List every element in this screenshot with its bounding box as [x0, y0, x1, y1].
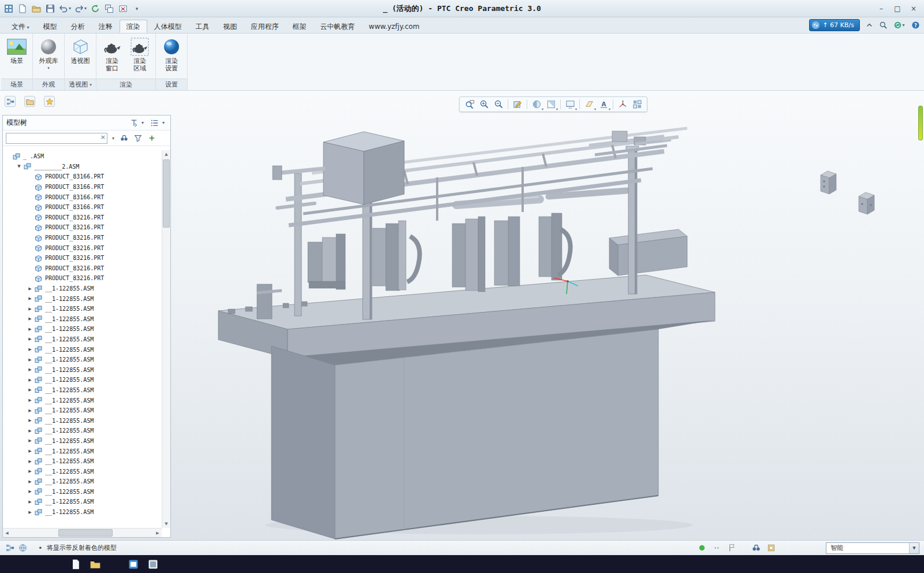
close-button[interactable]: × [906, 2, 922, 15]
expand-icon[interactable]: ▶ [26, 286, 34, 291]
expand-icon[interactable]: ▶ [26, 337, 34, 341]
search-button[interactable] [878, 20, 888, 31]
annotation-display-button[interactable]: A▾ [597, 98, 610, 110]
expand-icon[interactable]: ▶ [26, 459, 34, 464]
scroll-right-arrow-icon[interactable]: ▶ [154, 529, 162, 537]
combo-dropdown-arrow-icon[interactable]: ▼ [909, 543, 919, 553]
expand-icon[interactable]: ▶ [26, 347, 34, 352]
web-browser-button[interactable] [17, 543, 28, 553]
tree-row[interactable]: ▶__1-122855.ASM [3, 293, 162, 304]
tree-row[interactable]: ▶__1-122855.ASM [3, 487, 162, 497]
vertical-scroll-thumb[interactable] [163, 159, 170, 228]
view-manager-button[interactable] [630, 98, 644, 110]
add-column-button[interactable] [147, 133, 157, 143]
tree-row[interactable]: ▶__1-122855.ASM [3, 364, 162, 375]
tree-row[interactable]: ▶__1-122855.ASM [3, 507, 162, 518]
zoom-fit-button[interactable] [463, 98, 476, 110]
tree-row[interactable]: PRODUCT_83166.PRT [3, 192, 162, 202]
flag-icon[interactable] [726, 543, 737, 553]
tree-search-input[interactable] [6, 133, 107, 144]
group-footer-渲染[interactable]: 渲染 [96, 79, 155, 90]
render-setup-button[interactable]: 渲染设置 [158, 36, 185, 72]
render-window-button[interactable]: 渲染窗口 [98, 36, 126, 72]
tree-row[interactable]: ▶__1-122855.ASM [3, 477, 162, 487]
tree-row[interactable]: ▶__1-122855.ASM [3, 375, 162, 385]
app-icon[interactable] [2, 2, 15, 15]
tree-row[interactable]: ▼________2.ASM [3, 162, 162, 172]
new-file-button[interactable] [16, 2, 29, 15]
expand-icon[interactable]: ▶ [26, 408, 34, 413]
selection-filter-combo[interactable]: 智能 ▼ [826, 542, 919, 554]
expand-icon[interactable]: ▶ [26, 367, 34, 372]
windows-button[interactable] [103, 2, 116, 15]
find-button[interactable] [119, 133, 129, 143]
tree-row[interactable]: PRODUCT_83216.PRT [3, 233, 162, 243]
expand-icon[interactable]: ▶ [26, 418, 34, 423]
tree-row[interactable]: ▶__1-122855.ASM [3, 466, 162, 477]
group-footer-场景[interactable]: 场景 [1, 79, 32, 90]
tree-row[interactable]: PRODUCT_83216.PRT [3, 243, 162, 253]
tree-row[interactable]: ▶__1-122855.ASM [3, 304, 162, 314]
right-edge-indicator[interactable] [918, 106, 923, 140]
tab-人体模型[interactable]: 人体模型 [147, 20, 189, 33]
tree-row[interactable]: PRODUCT_83216.PRT [3, 273, 162, 284]
expand-icon[interactable]: ▶ [26, 307, 34, 311]
folder-browser-button[interactable] [24, 96, 35, 107]
tree-row[interactable]: ▶__1-122855.ASM [3, 497, 162, 507]
scroll-down-arrow-icon[interactable]: ▼ [162, 520, 170, 528]
taskbar-app-2[interactable] [88, 557, 103, 572]
expand-icon[interactable]: ▶ [26, 479, 34, 484]
tree-row[interactable]: ▶__1-122855.ASM [3, 355, 162, 365]
tree-row[interactable]: ▶__1-122855.ASM [3, 324, 162, 334]
sync-button[interactable]: ▾ [892, 20, 907, 31]
group-footer-设置[interactable]: 设置 [156, 79, 187, 90]
tab-应用程序[interactable]: 应用程序 [244, 20, 286, 33]
maximize-button[interactable]: □ [889, 2, 906, 15]
expand-icon[interactable]: ▶ [26, 398, 34, 403]
tree-vertical-scrollbar[interactable]: ▲ ▼ [162, 150, 170, 528]
expand-icon[interactable]: ▶ [26, 489, 34, 494]
render-region-button[interactable]: 渲染区域 [126, 36, 154, 72]
expand-icon[interactable]: ▶ [26, 388, 34, 392]
collapse-icon[interactable]: ▼ [15, 164, 23, 169]
redo-button[interactable]: ▾ [73, 2, 88, 15]
help-button[interactable]: ? [910, 20, 921, 31]
tree-row[interactable]: ▶__1-122855.ASM [3, 415, 162, 426]
expand-icon[interactable]: ▶ [26, 378, 34, 382]
tree-row[interactable]: ▶__1-122855.ASM [3, 395, 162, 405]
tree-row[interactable]: ▶__1-122855.ASM [3, 284, 162, 294]
expand-icon[interactable]: ▶ [26, 500, 34, 504]
section-button[interactable]: ▾ [544, 98, 558, 110]
navigator-toggle-button[interactable] [5, 543, 15, 553]
repaint-button[interactable] [511, 98, 524, 110]
tab-www.yzfjy.com[interactable]: www.yzfjy.com [362, 20, 427, 33]
expand-icon[interactable]: ▶ [26, 438, 34, 443]
filter-button[interactable] [133, 133, 143, 143]
tree-row[interactable]: PRODUCT_83216.PRT [3, 222, 162, 233]
perspective-view-button[interactable]: 透视图 [66, 36, 94, 65]
tree-row[interactable]: ▶__1-122855.ASM [3, 314, 162, 325]
tab-云中帆教育[interactable]: 云中帆教育 [314, 20, 362, 33]
tree-row[interactable]: _ .ASM [3, 151, 162, 162]
tree-row[interactable]: ▶__1-122855.ASM [3, 426, 162, 436]
named-views-button[interactable]: ▾ [563, 98, 577, 110]
expand-icon[interactable]: ▶ [26, 449, 34, 453]
zoom-in-button[interactable] [477, 98, 491, 110]
taskbar-app-3[interactable] [126, 557, 141, 572]
tab-文件[interactable]: 文件 ▾ [5, 20, 36, 33]
taskbar-app-4[interactable] [146, 557, 161, 572]
group-footer-透视图[interactable]: 透视图▾ [65, 79, 96, 90]
display-style-button[interactable]: ▾ [530, 98, 543, 110]
tree-row[interactable]: PRODUCT_83216.PRT [3, 213, 162, 223]
tree-row[interactable]: ▶__1-122855.ASM [3, 405, 162, 416]
tab-模型[interactable]: 模型 [36, 20, 64, 33]
find-in-model-button[interactable] [751, 543, 761, 553]
scroll-up-arrow-icon[interactable]: ▲ [162, 150, 170, 158]
tree-row[interactable]: PRODUCT_83166.PRT [3, 172, 162, 182]
tree-row[interactable]: ▶__1-122855.ASM [3, 344, 162, 355]
tab-框架[interactable]: 框架 [286, 20, 314, 33]
expand-icon[interactable]: ▶ [26, 327, 34, 332]
save-button[interactable] [44, 2, 57, 15]
datum-display-button[interactable]: ▾ [582, 98, 596, 110]
appearance-gallery-button[interactable]: 外观库▾ [35, 36, 62, 69]
